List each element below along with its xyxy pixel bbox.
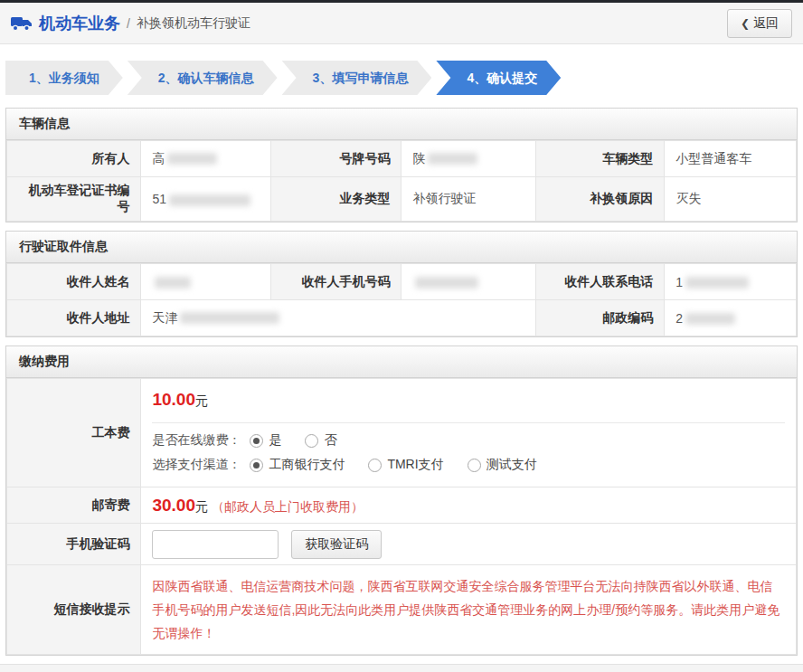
- postage-note: （邮政人员上门收取费用）: [212, 499, 364, 514]
- breadcrumb-separator: /: [127, 16, 130, 31]
- captcha-input[interactable]: [152, 530, 279, 559]
- redacted-value: [415, 277, 478, 289]
- redacted-value: [180, 312, 279, 324]
- postage-amount: 30.00: [152, 496, 195, 515]
- postage-label: 邮寄费: [7, 487, 141, 524]
- pickup-info-title: 行驶证取件信息: [6, 232, 797, 263]
- step-1-business-notice[interactable]: 1、业务须知: [5, 61, 123, 95]
- radio-channel-icbc[interactable]: [250, 459, 263, 472]
- app-header: 机动车业务 / 补换领机动车行驶证 ❮ 返回: [0, 3, 803, 44]
- fee-unit: 元: [195, 393, 208, 408]
- app-title: 机动车业务: [39, 13, 120, 34]
- recipient-name-value: [141, 264, 271, 300]
- online-pay-option-no[interactable]: 否: [305, 432, 336, 449]
- step-wizard: 1、业务须知 2、确认车辆信息 3、填写申请信息 4、确认提交: [0, 44, 803, 108]
- back-chevron-icon: ❮: [741, 17, 750, 30]
- payment-section: 缴纳费用 工本费 10.00元 是否在线缴费： 是 否: [5, 345, 798, 656]
- owner-value: 高: [141, 141, 271, 177]
- sms-tip-cell: 因陕西省联通、电信运营商技术问题，陕西省互联网交通安全综合服务管理平台无法向持陕…: [141, 565, 797, 655]
- recipient-address-value: 天津: [141, 300, 535, 336]
- channel-icbc-label: 工商银行支付: [269, 457, 345, 473]
- page-title: 补换领机动车行驶证: [137, 15, 250, 32]
- postcode-label: 邮政编码: [535, 300, 664, 336]
- captcha-label: 手机验证码: [7, 524, 141, 565]
- recipient-phone-value: 1: [665, 264, 797, 300]
- redacted-value: [169, 194, 250, 206]
- step-3-fill-application[interactable]: 3、填写申请信息: [282, 61, 432, 95]
- redacted-value: [685, 313, 735, 325]
- step-4-confirm-submit[interactable]: 4、确认提交: [436, 61, 561, 95]
- owner-label: 所有人: [7, 141, 141, 177]
- channel-test-label: 测试支付: [487, 457, 537, 473]
- redacted-value: [167, 153, 217, 165]
- recipient-phone-label: 收件人联系电话: [535, 264, 664, 300]
- vehicle-info-section: 车辆信息 所有人 高 号牌号码 陕 车辆类型 小型普通客车 机动车登记证书编号 …: [5, 108, 798, 222]
- table-row: 所有人 高 号牌号码 陕 车辆类型 小型普通客车: [7, 141, 797, 177]
- vehicle-info-title: 车辆信息: [6, 109, 797, 140]
- online-pay-label: 是否在线缴费：: [152, 432, 241, 449]
- reason-label: 补换领原因: [535, 177, 664, 222]
- footer-action-bar: 上一步 完成: [0, 664, 803, 672]
- plate-label: 号牌号码: [271, 141, 402, 177]
- recipient-name-label: 收件人姓名: [7, 264, 141, 300]
- step-2-confirm-vehicle[interactable]: 2、确认车辆信息: [128, 61, 278, 95]
- postage-unit: 元: [195, 499, 208, 514]
- business-type-value: 补领行驶证: [402, 177, 535, 222]
- online-pay-line: 是否在线缴费： 是 否: [152, 432, 785, 449]
- cert-no-value: 51: [141, 177, 271, 222]
- table-row: 手机验证码 获取验证码: [7, 524, 797, 565]
- channel-option-test[interactable]: 测试支付: [468, 457, 537, 473]
- pay-channel-line: 选择支付渠道： 工商银行支付 TMRI支付 测试支付: [152, 457, 785, 473]
- radio-channel-test[interactable]: [468, 459, 481, 472]
- pickup-info-section: 行驶证取件信息 收件人姓名 收件人手机号码 收件人联系电话 1 收件人地址 天津…: [5, 231, 798, 337]
- vehicle-type-label: 车辆类型: [535, 141, 664, 177]
- back-button[interactable]: ❮ 返回: [727, 9, 792, 38]
- fee-amount-line: 10.00元: [152, 384, 785, 423]
- table-row: 机动车登记证书编号 51 业务类型 补领行驶证 补换领原因 灭失: [7, 177, 797, 222]
- pickup-info-table: 收件人姓名 收件人手机号码 收件人联系电话 1 收件人地址 天津 邮政编码 2: [6, 263, 797, 336]
- captcha-cell: 获取验证码: [141, 524, 797, 565]
- get-captcha-button[interactable]: 获取验证码: [291, 530, 382, 559]
- table-row: 邮寄费 30.00元（邮政人员上门收取费用）: [7, 487, 797, 524]
- online-yes-label: 是: [269, 432, 281, 449]
- recipient-address-label: 收件人地址: [7, 300, 141, 336]
- fee-label: 工本费: [7, 379, 141, 487]
- redacted-value: [685, 277, 749, 289]
- business-type-label: 业务类型: [271, 177, 402, 222]
- table-row: 工本费 10.00元 是否在线缴费： 是 否 选: [7, 379, 797, 487]
- radio-online-no[interactable]: [305, 434, 318, 448]
- truck-icon: [11, 15, 33, 32]
- sms-note-text: 因陕西省联通、电信运营商技术问题，陕西省互联网交通安全综合服务管理平台无法向持陕…: [152, 571, 785, 648]
- table-row: 短信接收提示 因陕西省联通、电信运营商技术问题，陕西省互联网交通安全综合服务管理…: [7, 565, 797, 655]
- vehicle-type-value: 小型普通客车: [665, 141, 797, 177]
- redacted-value: [428, 153, 477, 165]
- sms-tip-label: 短信接收提示: [7, 565, 141, 655]
- payment-title: 缴纳费用: [6, 346, 797, 378]
- postage-cell: 30.00元（邮政人员上门收取费用）: [141, 487, 797, 524]
- channel-option-icbc[interactable]: 工商银行支付: [250, 457, 345, 473]
- pay-channel-label: 选择支付渠道：: [152, 457, 241, 473]
- table-row: 收件人地址 天津 邮政编码 2: [7, 300, 797, 336]
- payment-table: 工本费 10.00元 是否在线缴费： 是 否 选: [6, 378, 797, 655]
- fee-cell: 10.00元 是否在线缴费： 是 否 选择支付渠道：: [141, 379, 797, 487]
- recipient-mobile-value: [402, 264, 535, 300]
- online-pay-option-yes[interactable]: 是: [250, 432, 281, 449]
- radio-online-yes[interactable]: [250, 434, 263, 448]
- plate-value: 陕: [402, 141, 535, 177]
- radio-channel-tmri[interactable]: [368, 459, 382, 472]
- fee-amount: 10.00: [152, 390, 195, 409]
- recipient-mobile-label: 收件人手机号码: [271, 264, 402, 300]
- reason-value: 灭失: [665, 177, 797, 222]
- cert-no-label: 机动车登记证书编号: [7, 177, 141, 222]
- redacted-value: [155, 277, 191, 289]
- table-row: 收件人姓名 收件人手机号码 收件人联系电话 1: [7, 264, 797, 300]
- channel-option-tmri[interactable]: TMRI支付: [368, 457, 443, 473]
- online-no-label: 否: [324, 432, 336, 449]
- postcode-value: 2: [665, 300, 797, 336]
- back-button-label: 返回: [753, 15, 779, 32]
- channel-tmri-label: TMRI支付: [387, 457, 443, 473]
- vehicle-info-table: 所有人 高 号牌号码 陕 车辆类型 小型普通客车 机动车登记证书编号 51 业务…: [6, 140, 797, 222]
